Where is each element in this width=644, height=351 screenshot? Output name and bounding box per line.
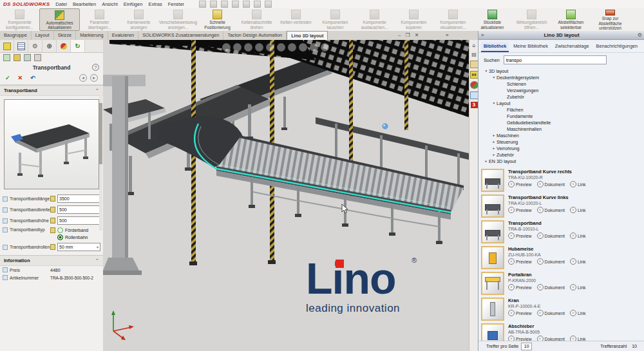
list-item-transportband[interactable]: Transportband TRA-B-10010-L ˅Preview ˅Do…: [481, 220, 642, 243]
pm-tool-pin-icon[interactable]: [14, 54, 21, 61]
menu-ansicht[interactable]: Ansicht: [102, 1, 118, 7]
undo-button[interactable]: ↶: [30, 75, 35, 81]
pm-back-icon[interactable]: ◂: [79, 74, 87, 82]
ribbon-button-ketten-verbinden[interactable]: Ketten verbinden: [276, 8, 316, 31]
tree-expander-icon[interactable]: ▸: [491, 140, 497, 144]
list-item-transportband-kurve-links[interactable]: Transportband Kurve links TRA-KU-10020-L…: [481, 194, 642, 218]
display-style-icon[interactable]: [277, 43, 285, 52]
tab-layout[interactable]: Layout: [32, 31, 54, 40]
list-item-transportband-kurve-rechts[interactable]: Transportband Kurve rechts TRA-KU-10020-…: [481, 169, 642, 192]
tab-featuremanager[interactable]: [0, 40, 14, 52]
ribbon-button-komponente-austauschen[interactable]: Komponente austauschen...: [355, 8, 394, 31]
menu-fenster[interactable]: Fenster: [168, 1, 184, 7]
tab-configurationmanager[interactable]: ⚙: [28, 40, 43, 52]
dokument-button[interactable]: ˅Dokument: [537, 181, 565, 187]
tree-expander-icon[interactable]: ▸: [491, 153, 497, 157]
tree-item-3d-layout[interactable]: ▾3D layout: [482, 68, 641, 74]
ribbon-button-komponente-konfigurieren[interactable]: Komponente konfigurieren...: [0, 8, 39, 31]
section-view-icon[interactable]: [255, 43, 263, 52]
tab-displaymanager[interactable]: [57, 40, 71, 52]
pm-tool-refresh-icon[interactable]: [3, 54, 10, 61]
minimize-icon[interactable]: –: [398, 32, 401, 39]
preview-button[interactable]: ˅Preview: [508, 336, 532, 341]
collapse-panel-icon[interactable]: »: [481, 32, 484, 38]
link-button[interactable]: ˅Link: [570, 181, 586, 187]
tree-item-deckentraegersystem[interactable]: ▾Deckenträgersystem: [482, 74, 641, 81]
open-icon[interactable]: [210, 1, 217, 8]
tree-expander-icon[interactable]: ▾: [484, 69, 489, 73]
tab-lino-manager[interactable]: ↻: [71, 40, 85, 52]
preview-button[interactable]: ˅Preview: [508, 258, 532, 265]
ribbon-button-komponenten-tauschen[interactable]: Komponenten tauschen: [316, 8, 355, 31]
hide-show-icon[interactable]: [288, 43, 296, 52]
tree-item-flaechen[interactable]: Flächen: [482, 106, 641, 113]
list-item-hubameise[interactable]: Hubameise ZU-HUB-100-KA ˅Preview ˅Dokume…: [481, 246, 642, 269]
preview-button[interactable]: ˅Preview: [508, 284, 532, 290]
tree-item-gebaeudebestandteile[interactable]: Gebäudebestandteile: [482, 119, 641, 126]
close-icon[interactable]: ✕: [415, 32, 419, 39]
item-thumbnail[interactable]: [481, 298, 504, 321]
item-thumbnail[interactable]: [481, 220, 504, 243]
ribbon-button-komponenten-visualisieren[interactable]: Komponenten visualisieren...: [433, 8, 473, 31]
item-thumbnail[interactable]: [481, 272, 504, 295]
previous-view-icon[interactable]: [244, 43, 252, 52]
menu-datei[interactable]: Datei: [55, 1, 67, 7]
preview-button[interactable]: ˅Preview: [508, 232, 532, 239]
preview-button[interactable]: ˅Preview: [508, 207, 532, 213]
tab-meine-bibliothek[interactable]: Meine Bibliothek: [511, 42, 551, 52]
ribbon-button-kantenwerte-anzeigen[interactable]: Kantenwerte anzeigen: [119, 8, 158, 31]
xx-library-icon[interactable]: XX: [470, 71, 478, 79]
collapse-icon[interactable]: ⌃: [95, 88, 99, 93]
item-thumbnail[interactable]: [481, 246, 504, 269]
tab-bibliothek[interactable]: Bibliothek: [481, 42, 509, 52]
section-header-information[interactable]: Information ⌃: [0, 255, 103, 266]
per-page-input[interactable]: [521, 343, 532, 350]
link-button[interactable]: ˅Link: [570, 207, 586, 213]
ribbon-button-stueckliste-aktualisieren[interactable]: Stückliste aktualisieren: [473, 8, 512, 31]
list-item-portalkran[interactable]: Portalkran P-KRAN-2000 ˅Preview ˅Dokumen…: [481, 272, 642, 295]
link-button[interactable]: ˅Link: [570, 310, 586, 316]
tab-propertymanager[interactable]: [14, 40, 28, 52]
tab-markierung[interactable]: Markierung: [76, 31, 108, 40]
restore-icon[interactable]: ❒: [405, 32, 410, 39]
ribbon-button-abstellflaechen-selektierbar[interactable]: Abstellflächen selektierbar: [551, 8, 591, 31]
collapse-icon[interactable]: ⌃: [95, 258, 99, 263]
options-icon[interactable]: [265, 1, 272, 8]
ribbon-button-parameter-uebertragen[interactable]: Parameter übertragen...: [80, 8, 119, 31]
item-thumbnail[interactable]: [481, 169, 504, 192]
radio-foerderband[interactable]: Förderband: [57, 227, 100, 233]
search-input[interactable]: [504, 55, 607, 64]
toolbar-overflow-icon[interactable]: »: [446, 32, 448, 38]
menu-extras[interactable]: Extras: [148, 1, 162, 7]
tab-solidworks-zusatzanwendungen[interactable]: SOLIDWORKS Zusatzanwendungen: [138, 31, 223, 40]
tree-expander-icon[interactable]: ▸: [491, 133, 497, 137]
link-button[interactable]: ˅Link: [570, 232, 586, 239]
transportbandhoehe-input[interactable]: [57, 216, 100, 225]
radio-rollenbahn[interactable]: Rollenbahn: [57, 234, 100, 240]
ribbon-button-kettenabschnitte-drehen[interactable]: Kettenabschnitte drehen: [237, 8, 276, 31]
dokument-button[interactable]: ˅Dokument: [537, 207, 565, 213]
undo-icon[interactable]: [243, 1, 250, 8]
help-icon[interactable]: ?: [92, 64, 99, 71]
section-header-transportband[interactable]: Transportband ⌃: [0, 85, 103, 96]
properties-card-icon[interactable]: [470, 91, 478, 99]
design-library-icon[interactable]: ▤: [471, 52, 478, 58]
item-thumbnail[interactable]: [481, 194, 504, 218]
tree-expander-icon[interactable]: ▸: [491, 146, 497, 150]
list-item-kran[interactable]: Kran KR-P-10000-4-E ˅Preview ˅Dokument ˅…: [481, 298, 642, 321]
tree-item-maschinen[interactable]: ▸Maschinen: [482, 132, 641, 138]
ribbon-button-wirkungsbereich-oeffnen[interactable]: Wirkungsbereich öffnen...: [512, 8, 551, 31]
tab-dimxpertmanager[interactable]: ⊕: [43, 40, 57, 52]
notification-badge[interactable]: 3: [471, 102, 478, 108]
tree-item-schienen[interactable]: Schienen: [482, 81, 641, 87]
ribbon-button-schnelle-positionierung[interactable]: Schnelle Positionierung: [198, 8, 237, 31]
panel-settings-icon[interactable]: ⚙: [638, 32, 642, 38]
tab-lino-3d-layout[interactable]: Lino 3D layout: [287, 31, 328, 40]
menu-bearbeiten[interactable]: Bearbeiten: [73, 1, 96, 7]
tree-expander-icon[interactable]: ▾: [491, 101, 497, 105]
dokument-button[interactable]: ˅Dokument: [537, 258, 565, 265]
pm-tool-swap-icon[interactable]: [24, 54, 31, 61]
view-orientation-icon[interactable]: [266, 43, 274, 52]
ok-button[interactable]: ✓: [5, 75, 10, 81]
tree-item-fundamente[interactable]: Fundamente: [482, 113, 641, 119]
